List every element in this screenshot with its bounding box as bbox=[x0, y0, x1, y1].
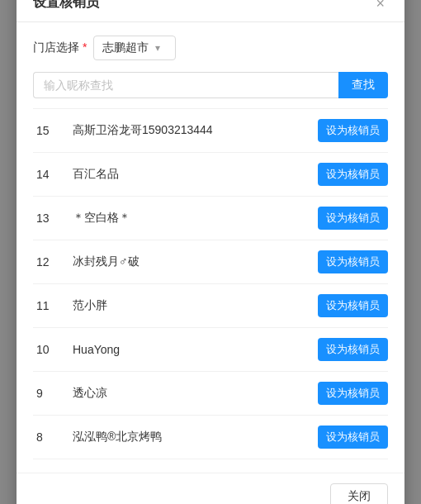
row-name: ＊空白格＊ bbox=[66, 211, 314, 226]
row-name: 泓泓鸭®北京烤鸭 bbox=[66, 430, 314, 445]
row-id: 12 bbox=[33, 255, 66, 269]
row-name: 透心凉 bbox=[66, 386, 314, 401]
table-row: 12冰封残月♂破设为核销员 bbox=[33, 240, 388, 284]
row-action-cell: 设为核销员 bbox=[314, 338, 388, 361]
table-row: 8泓泓鸭®北京烤鸭设为核销员 bbox=[33, 416, 388, 459]
table-row: 14百汇名品设为核销员 bbox=[33, 153, 388, 197]
set-cashier-button[interactable]: 设为核销员 bbox=[318, 426, 388, 449]
modal-body: 门店选择 * 志鹏超市 ▾ 查找 15高斯卫浴龙哥15903213444设为核销… bbox=[17, 22, 404, 473]
row-id: 10 bbox=[33, 343, 66, 356]
row-id: 8 bbox=[33, 430, 66, 444]
modal-header: 设置核销员 × bbox=[17, 0, 404, 22]
store-dropdown[interactable]: 志鹏超市 ▾ bbox=[93, 36, 176, 60]
row-action-cell: 设为核销员 bbox=[314, 294, 388, 317]
search-input[interactable] bbox=[33, 72, 338, 98]
modal-footer: 关闭 bbox=[17, 473, 404, 504]
row-action-cell: 设为核销员 bbox=[314, 163, 388, 186]
set-cashier-button[interactable]: 设为核销员 bbox=[318, 163, 388, 186]
user-table: 15高斯卫浴龙哥15903213444设为核销员14百汇名品设为核销员13＊空白… bbox=[33, 108, 388, 459]
row-action-cell: 设为核销员 bbox=[314, 119, 388, 142]
store-select-row: 门店选择 * 志鹏超市 ▾ bbox=[33, 36, 388, 60]
set-cashier-button[interactable]: 设为核销员 bbox=[318, 294, 388, 317]
row-id: 11 bbox=[33, 299, 66, 312]
row-action-cell: 设为核销员 bbox=[314, 426, 388, 449]
chevron-down-icon: ▾ bbox=[155, 42, 160, 54]
close-icon-button[interactable]: × bbox=[372, 0, 388, 11]
row-action-cell: 设为核销员 bbox=[314, 250, 388, 273]
modal-dialog: 设置核销员 × 门店选择 * 志鹏超市 ▾ 查找 15高斯卫浴龙哥1590321… bbox=[17, 0, 404, 504]
row-name: HuaYong bbox=[66, 343, 314, 356]
row-name: 百汇名品 bbox=[66, 167, 314, 182]
set-cashier-button[interactable]: 设为核销员 bbox=[318, 119, 388, 142]
modal-title: 设置核销员 bbox=[33, 0, 99, 12]
store-dropdown-value: 志鹏超市 bbox=[102, 40, 149, 55]
row-id: 13 bbox=[33, 212, 66, 225]
search-row: 查找 bbox=[33, 72, 388, 98]
row-name: 冰封残月♂破 bbox=[66, 254, 314, 269]
row-action-cell: 设为核销员 bbox=[314, 207, 388, 230]
row-name: 高斯卫浴龙哥15903213444 bbox=[66, 123, 314, 138]
row-name: 范小胖 bbox=[66, 298, 314, 313]
set-cashier-button[interactable]: 设为核销员 bbox=[318, 207, 388, 230]
row-id: 9 bbox=[33, 387, 66, 400]
row-id: 15 bbox=[33, 124, 66, 137]
table-row: 10HuaYong设为核销员 bbox=[33, 328, 388, 372]
row-id: 14 bbox=[33, 168, 66, 181]
store-label: 门店选择 * bbox=[33, 40, 87, 55]
set-cashier-button[interactable]: 设为核销员 bbox=[318, 250, 388, 273]
search-button[interactable]: 查找 bbox=[338, 72, 388, 98]
table-row: 15高斯卫浴龙哥15903213444设为核销员 bbox=[33, 108, 388, 153]
row-action-cell: 设为核销员 bbox=[314, 382, 388, 405]
set-cashier-button[interactable]: 设为核销员 bbox=[318, 338, 388, 361]
set-cashier-button[interactable]: 设为核销员 bbox=[318, 382, 388, 405]
table-row: 13＊空白格＊设为核销员 bbox=[33, 197, 388, 240]
close-footer-button[interactable]: 关闭 bbox=[330, 483, 388, 504]
required-star: * bbox=[83, 40, 87, 54]
table-row: 9透心凉设为核销员 bbox=[33, 372, 388, 416]
modal-overlay: 设置核销员 × 门店选择 * 志鹏超市 ▾ 查找 15高斯卫浴龙哥1590321… bbox=[0, 0, 421, 504]
table-row: 11范小胖设为核销员 bbox=[33, 284, 388, 328]
